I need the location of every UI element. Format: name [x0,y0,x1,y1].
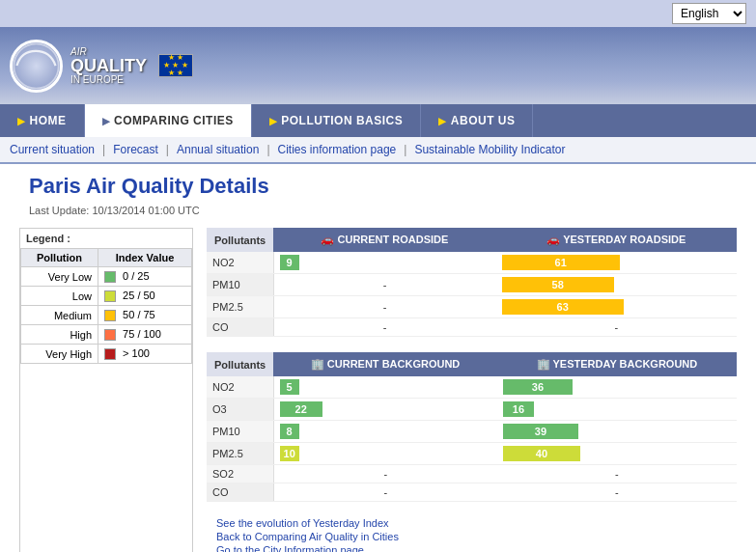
footer-link[interactable]: See the evolution of Yesterday Index [216,517,737,529]
pollutant-name: PM2.5 [207,443,273,465]
yesterday-value-cell: 58 [496,274,737,296]
bar-fill: 8 [280,424,299,439]
table-row: PM10 - 58 [207,274,737,296]
nav-comparing-cities[interactable]: ▶ COMPARING CITIES [85,104,252,137]
logo-area: AIR QUALITY IN EUROPE ★ ★★ ★ ★★ ★ [10,40,193,93]
current-value-cell: 8 [273,421,497,443]
nav-home[interactable]: ▶ HOME [0,104,85,137]
nav-pollution-basics[interactable]: ▶ POLLUTION BASICS [252,104,422,137]
footer-link[interactable]: Back to Comparing Air Quality in Cities [216,531,737,542]
bar-wrapper: 58 [502,277,731,292]
legend-box: Legend : Pollution Index Value Very Low … [19,228,193,552]
main-nav: ▶ HOME ▶ COMPARING CITIES ▶ POLLUTION BA… [0,104,756,137]
table-row: NO2 9 61 [207,252,737,274]
nav-home-label: HOME [30,114,67,127]
pollutant-name: PM10 [207,421,273,443]
bg-current-header: 🏢 CURRENT BACKGROUND [273,352,497,376]
table-row: CO - - [207,483,737,502]
yesterday-value-cell: 39 [497,421,737,443]
legend-label: Very High [21,345,98,364]
bg-pollutants-header: Pollutants [207,352,273,376]
table-row: PM2.5 10 40 [207,443,737,465]
pollutant-name: SO2 [207,465,273,483]
logo-circle [10,40,63,93]
legend-row: Low 25 / 50 [21,287,192,306]
subnav-mobility[interactable]: Sustainable Mobility Indicator [414,143,565,156]
bar-fill: 9 [280,255,299,270]
legend-swatch [104,290,116,302]
legend-range: 25 / 50 [98,287,192,306]
car-icon-current: 🚗 [321,234,334,245]
subnav-current[interactable]: Current situation [10,143,95,156]
subnav-sep-4: | [404,143,406,156]
legend-label: Very Low [21,267,98,287]
bar-wrapper: 8 [280,424,491,439]
roadside-yesterday-header: 🚗 YESTERDAY ROADSIDE [496,228,737,252]
pollutant-name: NO2 [207,376,273,399]
pollutant-name: CO [207,483,273,502]
legend-range: 75 / 100 [98,325,192,345]
legend-col-pollution: Pollution [21,249,98,267]
language-select[interactable]: English Français Deutsch Español Italian… [672,3,746,24]
lang-bar: English Français Deutsch Español Italian… [0,0,756,27]
current-value-cell: 9 [273,252,496,274]
legend-table: Pollution Index Value Very Low 0 / 25 Lo… [20,248,192,364]
nav-about-us[interactable]: ▶ ABOUT US [421,104,533,137]
legend-col-index: Index Value [98,249,192,267]
subnav-cities-info[interactable]: Cities information page [278,143,397,156]
legend-row: Medium 50 / 75 [21,306,192,325]
nav-arrow-about: ▶ [438,116,447,126]
logo-text: AIR QUALITY IN EUROPE [70,46,147,85]
legend-label: High [21,325,98,345]
last-update: Last Update: 10/13/2014 01:00 UTC [29,205,737,216]
bar-fill: 61 [502,255,620,270]
background-table: Pollutants 🏢 CURRENT BACKGROUND 🏢 YESTER… [207,352,737,502]
table-row: O3 22 16 [207,399,737,421]
page-title: Paris Air Quality Details [29,174,737,199]
footer-link[interactable]: Go to the City Information page [216,544,737,552]
bar-wrapper: 22 [280,401,491,417]
bar-wrapper: 39 [503,424,731,439]
legend-row: Very Low 0 / 25 [21,267,192,287]
yesterday-value-cell: 40 [497,443,737,465]
building-icon-current: 🏢 [311,358,324,370]
logo-svg [13,40,60,93]
nav-pollution-label: POLLUTION BASICS [281,114,403,127]
bar-fill: 16 [503,401,534,417]
subnav-annual[interactable]: Annual situation [177,143,259,156]
subnav-forecast[interactable]: Forecast [113,143,158,156]
logo-in-europe: IN EUROPE [70,74,147,85]
current-dash-cell: - [273,296,496,318]
logo-quality: QUALITY [70,57,147,74]
bar-wrapper: 36 [503,379,731,395]
pollutant-name: NO2 [207,252,273,274]
yesterday-value-cell: 63 [496,296,737,318]
data-section: Pollutants 🚗 CURRENT ROADSIDE 🚗 YESTERDA… [207,228,737,552]
pollutant-name: CO [207,318,273,337]
legend-range: 50 / 75 [98,306,192,325]
legend-swatch [104,348,116,360]
pollutant-name: PM2.5 [207,296,273,318]
current-value-cell: 5 [273,376,497,399]
yesterday-value-cell: 16 [497,399,737,421]
car-icon-yesterday: 🚗 [546,234,560,245]
current-value-cell: 22 [273,399,497,421]
bar-fill: 39 [503,424,578,439]
nav-arrow-comparing: ▶ [102,116,111,126]
bar-fill: 36 [503,379,573,395]
bar-wrapper: 10 [280,446,491,461]
yesterday-value-cell: 36 [497,376,737,399]
roadside-pollutants-header: Pollutants [207,228,273,252]
yesterday-dash-cell: - [497,465,737,483]
bar-wrapper: 5 [280,379,491,395]
content-area: Legend : Pollution Index Value Very Low … [19,228,737,552]
legend-row: Very High > 100 [21,345,192,364]
bar-fill: 22 [280,401,322,417]
bar-fill: 58 [502,277,614,292]
bar-fill: 63 [502,299,624,315]
sub-nav: Current situation | Forecast | Annual si… [0,137,756,164]
legend-label: Medium [21,306,98,325]
background-section: Pollutants 🏢 CURRENT BACKGROUND 🏢 YESTER… [207,352,737,502]
table-row: NO2 5 36 [207,376,737,399]
roadside-section: Pollutants 🚗 CURRENT ROADSIDE 🚗 YESTERDA… [207,228,737,337]
